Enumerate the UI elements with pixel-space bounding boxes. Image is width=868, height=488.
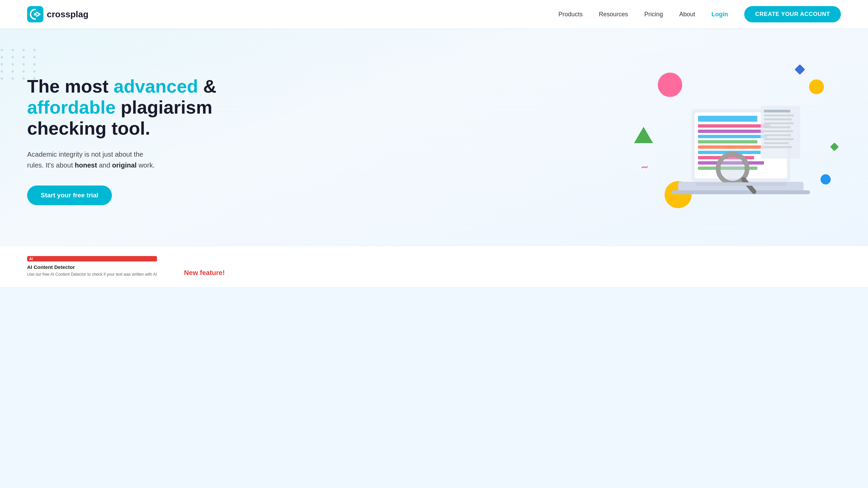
- start-trial-button[interactable]: Start your free trial: [27, 186, 112, 205]
- svg-rect-19: [764, 118, 792, 120]
- svg-rect-6: [698, 116, 757, 122]
- hero-subtext: Academic integrity is not just about the…: [27, 149, 216, 171]
- nav-resources[interactable]: Resources: [599, 11, 628, 18]
- svg-rect-18: [764, 114, 794, 116]
- subtext-bold-honest: honest: [75, 161, 97, 169]
- nav-links: Products Resources Pricing About Login C…: [558, 6, 841, 22]
- green-diamond-shape: [830, 142, 839, 151]
- teaser-card1-title: AI Content Detector: [27, 264, 157, 270]
- svg-rect-21: [764, 126, 790, 128]
- svg-rect-24: [764, 138, 794, 140]
- svg-rect-30: [695, 182, 787, 186]
- heading-accent-affordable: affordable: [27, 97, 116, 117]
- create-account-button[interactable]: CREATE YOUR ACCOUNT: [744, 6, 841, 22]
- svg-rect-11: [698, 145, 764, 149]
- logo-text: crossplag: [47, 9, 88, 20]
- svg-rect-17: [764, 110, 790, 113]
- svg-rect-26: [764, 146, 792, 148]
- hero-illustration: ~: [637, 56, 841, 225]
- ai-badge: AI: [27, 256, 157, 261]
- teaser-card1-desc: Use our free AI Content Detector to chec…: [27, 272, 157, 277]
- new-feature-card: New feature!: [184, 269, 225, 277]
- green-triangle-shape: [634, 127, 653, 143]
- laptop-svg: [665, 83, 817, 205]
- dot-pattern: [0, 49, 39, 80]
- svg-rect-23: [764, 134, 791, 136]
- svg-point-1: [34, 13, 37, 16]
- heading-accent-advanced: advanced: [114, 76, 198, 96]
- pink-squiggle-shape: ~: [640, 159, 649, 175]
- blue-circle-shape: [821, 174, 831, 184]
- svg-rect-22: [764, 130, 793, 132]
- subtext-bold-original: original: [112, 161, 137, 169]
- svg-rect-20: [764, 122, 794, 124]
- logo-icon: [27, 6, 43, 22]
- heading-text-1: The most: [27, 76, 114, 96]
- svg-rect-8: [698, 130, 764, 133]
- svg-rect-9: [698, 135, 767, 138]
- nav-about[interactable]: About: [679, 11, 695, 18]
- heading-text-4: checking tool.: [27, 118, 150, 138]
- nav-login[interactable]: Login: [711, 11, 728, 18]
- heading-text-3: plagiarism: [116, 97, 212, 117]
- nav-products[interactable]: Products: [558, 11, 583, 18]
- svg-rect-10: [698, 140, 757, 143]
- navbar: crossplag Products Resources Pricing Abo…: [0, 0, 868, 28]
- bottom-teaser: AI AI Content Detector Use our free AI C…: [0, 246, 868, 287]
- svg-rect-25: [764, 142, 789, 144]
- hero-heading: The most advanced & affordable plagiaris…: [27, 76, 216, 139]
- hero-section: The most advanced & affordable plagiaris…: [0, 28, 868, 246]
- hero-left: The most advanced & affordable plagiaris…: [27, 76, 216, 205]
- logo[interactable]: crossplag: [27, 6, 88, 22]
- ai-detector-card: AI AI Content Detector Use our free AI C…: [27, 256, 157, 277]
- svg-rect-3: [672, 190, 810, 194]
- svg-point-28: [721, 157, 745, 180]
- svg-rect-7: [698, 124, 771, 128]
- blue-diamond-shape: [794, 64, 805, 75]
- new-feature-label: New feature!: [184, 269, 225, 277]
- heading-text-2: &: [198, 76, 216, 96]
- nav-pricing[interactable]: Pricing: [644, 11, 663, 18]
